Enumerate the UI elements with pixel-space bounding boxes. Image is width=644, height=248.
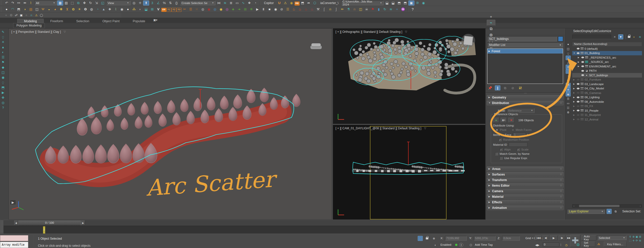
set-keys-button[interactable]: ✚ (570, 235, 580, 247)
explorer-filter-icon[interactable]: ≋ (566, 65, 571, 69)
explorer-filter-icon[interactable]: ☷ (566, 106, 571, 110)
angle-snap-icon[interactable]: ∠ (155, 1, 161, 6)
expand-arrow-icon[interactable]: ▶ (578, 56, 580, 59)
curve-editor-icon[interactable]: ∿ (240, 1, 246, 6)
plugin-icon[interactable]: ⁂ (131, 7, 137, 12)
explorer-filter-icon[interactable]: ❄ (566, 87, 571, 92)
isolate-selection-icon[interactable]: ⬚ (418, 236, 423, 241)
plugin-icon[interactable]: ⊘ (279, 7, 285, 12)
explorer-search-input[interactable] (572, 35, 611, 39)
delete-reference-object-button[interactable]: ✕ (508, 118, 514, 123)
clear-search-icon[interactable]: ✕ (612, 34, 617, 39)
plugin-icon[interactable]: ⊞ (242, 7, 248, 12)
rollout-header[interactable]: ▶Surfaces⠿ (487, 172, 564, 177)
plugin-icon[interactable]: ◫ (34, 7, 40, 12)
plugin-icon[interactable]: ❄ (248, 7, 254, 12)
scene-tree-row[interactable]: ● SCT_buildings (572, 73, 642, 78)
left-toolbar-icon[interactable]: ? (0, 105, 6, 110)
select-and-scale-icon[interactable]: ⇲ (94, 1, 100, 6)
visibility-eye-icon[interactable] (577, 48, 580, 49)
items-by-face-spinner[interactable]: 1▲▼ (513, 133, 529, 137)
render-setup-icon[interactable]: ▣ (408, 1, 414, 6)
ribbon-display-dropdown-icon[interactable]: ▣▾ (153, 17, 158, 22)
timeline-grip[interactable] (0, 220, 3, 233)
modifier-stack-entry[interactable]: ▶Forest (487, 49, 563, 54)
coin-icon[interactable]: ◉ (288, 1, 295, 6)
left-toolbar-icon[interactable]: ◐ (0, 49, 6, 55)
align-checkbox[interactable]: ✔ (500, 148, 503, 151)
plugin-icon[interactable]: ▮ (376, 7, 382, 12)
visibility-eye-icon[interactable] (581, 57, 584, 58)
viewport-label-segment[interactable]: [ Orthographic ] (341, 30, 362, 34)
viewport-label-segment[interactable]: [ Standard ] (381, 127, 396, 130)
left-toolbar-icon[interactable]: ◆ (0, 65, 6, 70)
plugin-icon[interactable]: ▤ (28, 7, 34, 12)
plugin-icon[interactable]: ⍾ (351, 7, 358, 12)
window-crossing-icon[interactable]: ⧉ (75, 1, 81, 6)
rb-plugin-icon[interactable]: RB (295, 2, 300, 6)
previous-frame-button[interactable]: ◀| (542, 235, 549, 240)
plugin-icon[interactable]: ● (125, 7, 131, 12)
left-toolbar-icon[interactable]: ☀ (0, 39, 6, 44)
name-column-header[interactable]: Name (Sorted Ascending) (572, 42, 642, 46)
key-mode-toggle-icon[interactable]: ◀▶ (535, 242, 540, 247)
plugin-icon[interactable]: ◎ (212, 7, 218, 12)
help-icon[interactable]: ? (410, 7, 416, 12)
toolbar-icon[interactable]: ⁘ (24, 13, 29, 18)
plugin-icon[interactable]: ◍ (200, 7, 206, 12)
pan-icon[interactable]: ✛ (632, 239, 635, 242)
render-preset-icon[interactable]: ⬓ (390, 1, 396, 6)
orthographic-viewport[interactable]: [ + ][ Orthographic ][ Standard ][ Defau… (333, 28, 485, 124)
plugin-icon[interactable]: ⁙ (194, 7, 200, 12)
plugin-icon[interactable]: ◗ (137, 7, 143, 12)
add-reference-object-button[interactable]: + (493, 118, 499, 123)
schematic-view-icon[interactable]: ❖ (246, 1, 252, 6)
rectangular-selection-region-icon[interactable]: ⬚ (69, 1, 75, 6)
viewcube[interactable] (461, 34, 475, 47)
render-production-icon[interactable]: ◉ (420, 1, 427, 6)
plugin-icon[interactable]: ⚗ (345, 7, 351, 12)
plugin-icon[interactable]: ♨ (309, 7, 315, 12)
plugin-icon[interactable]: ⬓ (143, 7, 149, 12)
viewport-label-segment[interactable]: [ + ] (336, 30, 341, 34)
warning-icon[interactable]: ⚠ (282, 1, 288, 6)
time-slider-handle[interactable]: 0 / 100 (18, 220, 81, 225)
explorer-filter-icon[interactable]: ⚙ (566, 110, 571, 115)
rollout-header[interactable]: ▶Areas⠿ (487, 166, 564, 171)
viewport-label-segment[interactable]: [ Perspective ] (16, 30, 36, 34)
scene-tree-row[interactable]: ▶ _SOURCE_arc (572, 60, 642, 64)
set-key-filters-icon[interactable]: ⁂ (596, 242, 601, 247)
explorer-menu-item[interactable]: Display (582, 29, 591, 33)
scene-tree-row[interactable]: ▶ 06_Lighting (572, 95, 642, 100)
randomize-position-checkbox[interactable]: ✔ (499, 138, 502, 141)
expand-arrow-icon[interactable]: ▶ (578, 61, 580, 63)
scene-tree-row[interactable]: ▶ 02_Furniture (572, 78, 642, 82)
show-end-result-icon[interactable]: ∥ (495, 85, 500, 90)
explorer-menu-item[interactable]: Customize (597, 29, 611, 33)
viewport-label-segment[interactable]: [ Default Shading ] (396, 127, 421, 130)
visibility-eye-icon[interactable] (581, 65, 584, 67)
panel-splitter[interactable]: •••••• (486, 92, 565, 94)
time-tag-icon[interactable]: ⬡ (468, 242, 473, 247)
camera-viewport[interactable]: [ + ][ CAM_01_DAYLIGHT_@08 ][ Standard ]… (333, 125, 485, 220)
rollout-header[interactable]: ▶Effects⠿ (487, 200, 564, 205)
plugin-icon[interactable]: ⚑ (370, 7, 376, 12)
explorer-filter-icon[interactable]: ◉ (566, 92, 571, 96)
plugin-icon[interactable]: ◫ (358, 7, 364, 12)
edit-named-selection-sets-icon[interactable]: {} (173, 1, 180, 6)
rollout-header-geometry[interactable]: ▶Geometry⠿ (487, 95, 564, 100)
plugin-icon[interactable]: ◒ (46, 7, 52, 12)
plugin-icon[interactable]: ❂ (82, 7, 88, 12)
plugin-icon[interactable]: ◉ (206, 7, 212, 12)
select-and-place-icon[interactable]: ◱ (100, 1, 106, 6)
visibility-eye-icon[interactable] (577, 110, 580, 111)
plugin-icon[interactable]: V (155, 7, 161, 12)
expand-arrow-icon[interactable]: ▶ (573, 79, 576, 81)
plugin-icon[interactable]: ◎ (224, 7, 230, 12)
hierarchy-mode-icon[interactable]: ⧉ (613, 209, 618, 214)
set-key-button[interactable]: Set Key (582, 242, 595, 247)
left-toolbar-icon[interactable]: ✥ (0, 95, 6, 100)
make-unique-icon[interactable]: ⧉ (502, 85, 508, 90)
snaps-toggle-icon[interactable]: 3 (149, 1, 155, 6)
explorer-filter-icon[interactable]: ◫ (566, 46, 571, 51)
